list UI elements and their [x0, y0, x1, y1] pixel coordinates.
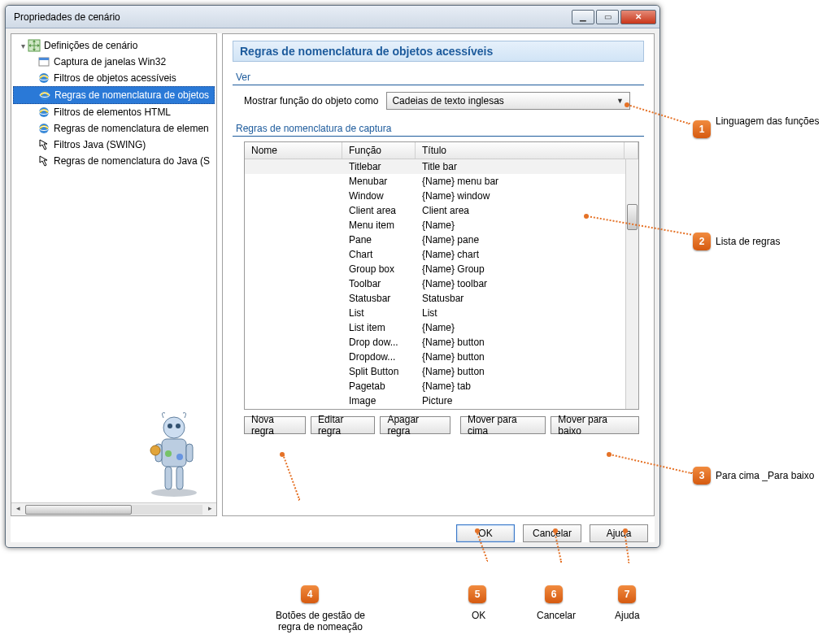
table-row[interactable]: List item{Name}: [245, 320, 625, 335]
rules-table: Nome Função Título TitlebarTitle barMenu…: [244, 141, 639, 410]
svg-point-13: [163, 417, 185, 438]
tree-item-icon: [37, 106, 50, 119]
tree-root-label: Definições de cenário: [44, 40, 137, 51]
collapse-icon[interactable]: ▾: [18, 41, 28, 50]
tree-hscroll[interactable]: ◂ ▸: [11, 502, 216, 515]
cell-titulo: {Name}: [416, 322, 625, 333]
maximize-button[interactable]: [596, 10, 619, 24]
cell-titulo: Picture: [416, 395, 625, 406]
table-vscroll[interactable]: [625, 159, 638, 409]
cell-funcao: Menubar: [342, 176, 416, 187]
tree-item[interactable]: Regras de nomenclatura do Java (S: [13, 153, 215, 169]
table-row[interactable]: Pagetab{Name} tab: [245, 379, 625, 393]
move-up-button[interactable]: Mover para cima: [460, 416, 546, 434]
new-rule-button[interactable]: Nova regra: [244, 416, 306, 434]
svg-point-14: [168, 424, 172, 428]
cell-funcao: Menu item: [342, 220, 416, 231]
edit-rule-button[interactable]: Editar regra: [311, 416, 375, 434]
close-button[interactable]: [620, 10, 656, 24]
cell-titulo: Title bar: [416, 161, 625, 172]
tree-item-label: Filtros Java (SWING): [54, 139, 146, 150]
svg-point-11: [151, 489, 197, 497]
svg-rect-19: [176, 467, 183, 489]
tree-item[interactable]: Captura de janelas Win32: [13, 54, 215, 70]
cell-funcao: Drop dow...: [342, 337, 416, 348]
cell-funcao: Titlebar: [342, 161, 416, 172]
callout-2-label: Lista de regras: [716, 236, 780, 247]
main-panel: Regras de nomenclatura de objetos acessí…: [222, 33, 655, 516]
table-row[interactable]: ListList: [245, 306, 625, 320]
cell-titulo: Statusbar: [416, 293, 625, 304]
col-titulo[interactable]: Título: [416, 142, 625, 159]
table-row[interactable]: StatusbarStatusbar: [245, 291, 625, 306]
cell-funcao: Group box: [342, 263, 416, 275]
cell-titulo: {Name} menu bar: [416, 176, 625, 187]
table-row[interactable]: Dropdow...{Name} button: [245, 350, 625, 364]
col-nome[interactable]: Nome: [245, 142, 342, 159]
move-down-button[interactable]: Mover para baixo: [551, 416, 639, 434]
cell-titulo: {Name} chart: [416, 249, 625, 260]
tree-item[interactable]: Filtros Java (SWING): [13, 137, 215, 153]
window-title: Propriedades de cenário: [14, 11, 572, 23]
titlebar[interactable]: Propriedades de cenário: [6, 6, 659, 28]
tree-item-icon: [37, 138, 50, 151]
tree-item-icon: [37, 55, 50, 68]
role-language-dropdown[interactable]: Cadeias de texto inglesas ▼: [386, 92, 630, 110]
tree-item[interactable]: Filtros de elementos HTML: [13, 104, 215, 120]
tree-item[interactable]: Regras de nomenclatura de elemen: [13, 120, 215, 137]
panel-title: Regras de nomenclatura de objetos acessí…: [233, 41, 644, 62]
table-row[interactable]: Split Button{Name} button: [245, 364, 625, 379]
callout-3-label: Para cima _Para baixo: [716, 470, 814, 481]
table-row[interactable]: Menu item{Name}: [245, 218, 625, 233]
cell-titulo: {Name} toolbar: [416, 278, 625, 289]
col-funcao[interactable]: Função: [342, 142, 416, 159]
svg-point-20: [150, 446, 160, 455]
cell-titulo: {Name} tab: [416, 380, 625, 392]
svg-point-21: [165, 450, 172, 457]
table-row[interactable]: Client areaClient area: [245, 203, 625, 218]
cell-titulo: {Name}: [416, 220, 625, 231]
svg-rect-17: [186, 444, 193, 462]
tree-item-label: Regras de nomenclatura do Java (S: [54, 155, 210, 167]
callout-2-badge: 2: [693, 233, 711, 250]
cell-titulo: List: [416, 307, 625, 319]
minimize-button[interactable]: [572, 10, 594, 24]
table-row[interactable]: Menubar{Name} menu bar: [245, 174, 625, 189]
table-row[interactable]: Group box{Name} Group: [245, 262, 625, 276]
tree-root[interactable]: ▾ Definições de cenário: [13, 37, 215, 54]
cancel-button[interactable]: Cancelar: [523, 524, 581, 542]
tree-item-icon: [38, 89, 51, 102]
table-row[interactable]: Window{Name} window: [245, 189, 625, 203]
cell-funcao: Pane: [342, 234, 416, 246]
ok-button[interactable]: OK: [456, 524, 515, 542]
cell-funcao: Window: [342, 190, 416, 202]
table-row[interactable]: Pane{Name} pane: [245, 233, 625, 247]
help-button[interactable]: Ajuda: [590, 524, 648, 542]
cell-funcao: List: [342, 307, 416, 319]
dialog-window: Propriedades de cenário ▾ Definições de …: [5, 5, 660, 548]
show-role-label: Mostrar função do objeto como: [244, 95, 378, 106]
callout-1-label: Linguagem das funções: [716, 115, 819, 127]
callout-4-badge: 4: [301, 585, 319, 603]
callout-7-label: Ajuda: [615, 610, 640, 621]
cell-titulo: {Name} button: [416, 366, 625, 377]
delete-rule-button[interactable]: Apagar regra: [380, 416, 450, 434]
table-row[interactable]: ImagePicture: [245, 393, 625, 408]
tree-item-label: Filtros de elementos HTML: [54, 106, 171, 118]
table-row[interactable]: TitlebarTitle bar: [245, 159, 625, 174]
navigation-tree: ▾ Definições de cenário Captura de janel…: [11, 33, 217, 516]
table-row[interactable]: Chart{Name} chart: [245, 247, 625, 262]
cell-titulo: {Name} Group: [416, 263, 625, 275]
callout-1-badge: 1: [693, 120, 711, 138]
tree-item[interactable]: Filtros de objetos acessíveis: [13, 70, 215, 86]
callout-6-label: Cancelar: [537, 610, 576, 621]
table-row[interactable]: Drop dow...{Name} button: [245, 335, 625, 350]
callout-5-badge: 5: [468, 585, 486, 603]
callout-3-badge: 3: [693, 467, 711, 485]
robot-illustration: [137, 408, 211, 498]
table-row[interactable]: Toolbar{Name} toolbar: [245, 276, 625, 291]
cell-funcao: Split Button: [342, 366, 416, 377]
scenario-icon: [28, 39, 41, 52]
cell-funcao: Chart: [342, 249, 416, 260]
tree-item[interactable]: Regras de nomenclatura de objetos: [13, 86, 215, 104]
